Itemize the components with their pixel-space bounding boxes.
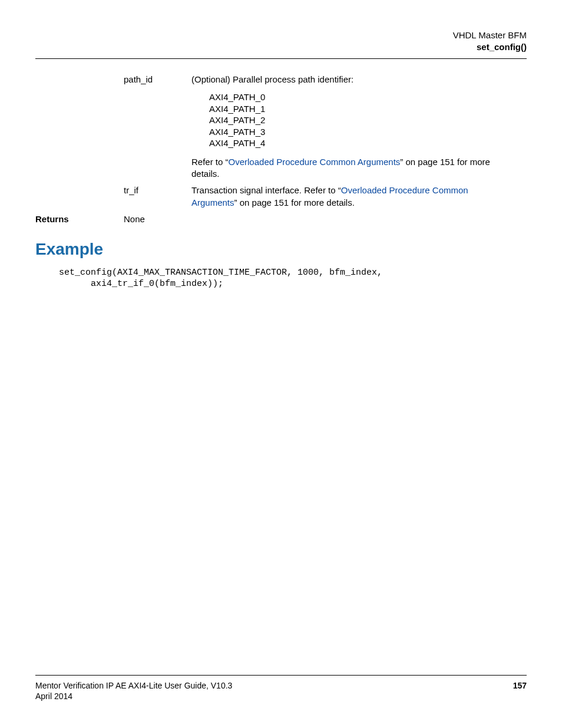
param-desc-text: (Optional) Parallel process path identif… <box>191 74 509 85</box>
param-desc: (Optional) Parallel process path identif… <box>191 74 527 180</box>
param-enum-list: AXI4_PATH_0 AXI4_PATH_1 AXI4_PATH_2 AXI4… <box>191 91 509 149</box>
footer-date: April 2014 <box>35 691 232 701</box>
returns-label: Returns <box>35 213 124 225</box>
param-label-empty <box>35 74 124 180</box>
returns-empty <box>191 213 527 225</box>
param-name: tr_if <box>124 185 191 209</box>
example-code: set_config(AXI4_MAX_TRANSACTION_TIME_FAC… <box>59 268 527 290</box>
header-topic: set_config() <box>35 41 527 53</box>
enum-item: AXI4_PATH_2 <box>209 114 509 126</box>
example-heading: Example <box>35 240 527 259</box>
param-ref-text: Refer to “Overloaded Procedure Common Ar… <box>191 156 509 180</box>
param-label-empty <box>35 185 124 209</box>
param-desc: Transaction signal interface. Refer to “… <box>191 185 527 209</box>
header-section: VHDL Master BFM <box>35 29 527 41</box>
footer-left: Mentor Verification IP AE AXI4-Lite User… <box>35 680 232 701</box>
param-row-path-id: path_id (Optional) Parallel process path… <box>35 74 527 180</box>
enum-item: AXI4_PATH_1 <box>209 103 509 115</box>
ref-post: ” on page 151 for more details. <box>234 197 355 207</box>
param-name: path_id <box>124 74 191 180</box>
page-header: VHDL Master BFM set_config() <box>35 29 527 59</box>
param-row-tr-if: tr_if Transaction signal interface. Refe… <box>35 185 527 209</box>
footer-title: Mentor Verification IP AE AXI4-Lite User… <box>35 680 232 691</box>
ref-pre: Refer to “ <box>191 157 229 167</box>
footer-page-number: 157 <box>513 680 527 701</box>
returns-row: Returns None <box>35 213 527 225</box>
enum-item: AXI4_PATH_3 <box>209 126 509 138</box>
page-footer: Mentor Verification IP AE AXI4-Lite User… <box>35 675 527 701</box>
enum-item: AXI4_PATH_4 <box>209 137 509 149</box>
enum-item: AXI4_PATH_0 <box>209 91 509 103</box>
returns-value: None <box>124 213 191 225</box>
ref-pre: Transaction signal interface. Refer to “ <box>191 185 341 195</box>
ref-link[interactable]: Overloaded Procedure Common Arguments <box>229 157 401 167</box>
